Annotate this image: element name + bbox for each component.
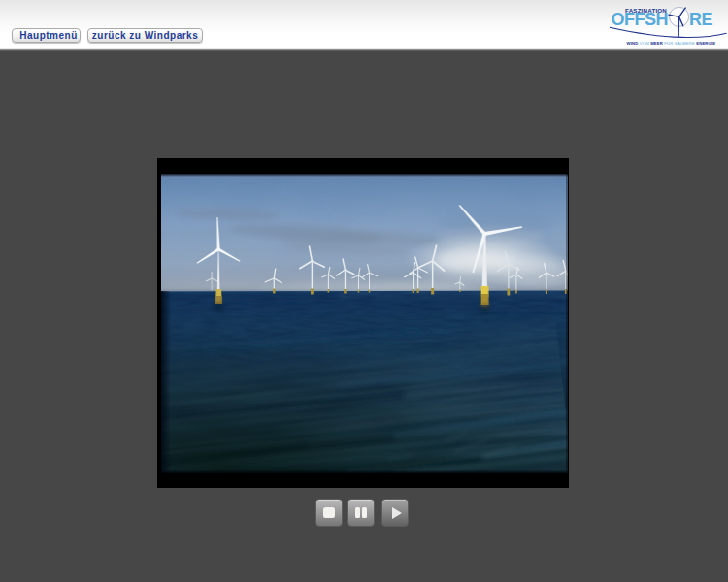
svg-text:OFFSH: OFFSH <box>612 10 669 29</box>
svg-text:WIND VOM MEER FÜR SAUBERE ENER: WIND VOM MEER FÜR SAUBERE ENERGIE <box>627 41 716 46</box>
svg-text:RE: RE <box>689 10 712 29</box>
